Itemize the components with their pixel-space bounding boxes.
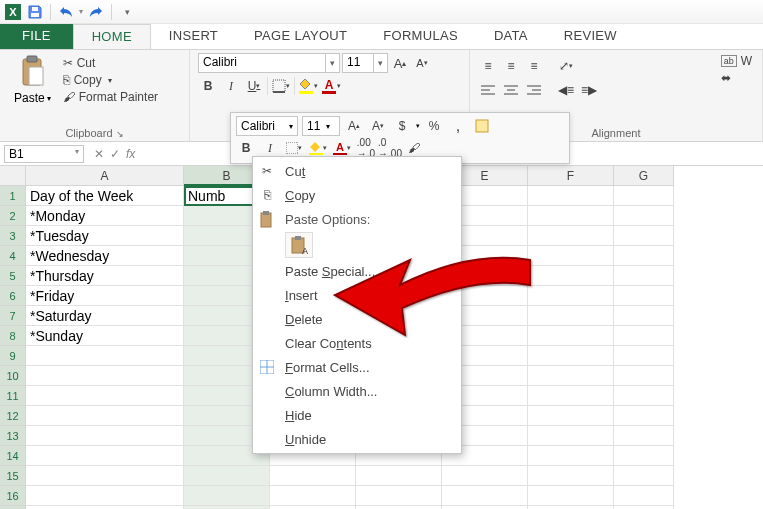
cell-A15[interactable]: [26, 466, 184, 486]
cell-F3[interactable]: [528, 226, 614, 246]
row-header-14[interactable]: 14: [0, 446, 26, 466]
mini-shrink-font-icon[interactable]: A▾: [368, 116, 388, 136]
align-bottom-icon[interactable]: ≡: [524, 56, 544, 76]
mini-font-color-icon[interactable]: A▾: [332, 138, 352, 158]
cell-B16[interactable]: [184, 486, 270, 506]
cell-C16[interactable]: [270, 486, 356, 506]
copy-button[interactable]: ⎘Copy▾: [61, 72, 160, 88]
paste-button[interactable]: Paste▾: [8, 53, 57, 125]
cell-G16[interactable]: [614, 486, 674, 506]
mini-inc-decimal-icon[interactable]: .0→.00: [380, 138, 400, 158]
align-center-icon[interactable]: [501, 80, 521, 100]
mini-fill-icon[interactable]: ▾: [308, 138, 328, 158]
mini-percent-icon[interactable]: %: [424, 116, 444, 136]
cell-A8[interactable]: *Sunday: [26, 326, 184, 346]
row-header-1[interactable]: 1: [0, 186, 26, 206]
tab-file[interactable]: FILE: [0, 24, 73, 49]
cell-A12[interactable]: [26, 406, 184, 426]
cell-F8[interactable]: [528, 326, 614, 346]
cell-G13[interactable]: [614, 426, 674, 446]
row-header-2[interactable]: 2: [0, 206, 26, 226]
underline-button[interactable]: U ▾: [244, 76, 264, 96]
row-header-4[interactable]: 4: [0, 246, 26, 266]
format-painter-button[interactable]: 🖌Format Painter: [61, 89, 160, 105]
tab-review[interactable]: REVIEW: [546, 24, 635, 49]
ctx-column-width[interactable]: Column Width...: [253, 379, 461, 403]
wrap-text-button[interactable]: ab W: [719, 53, 754, 69]
cell-G11[interactable]: [614, 386, 674, 406]
cell-F11[interactable]: [528, 386, 614, 406]
redo-icon[interactable]: [87, 3, 105, 21]
cell-G6[interactable]: [614, 286, 674, 306]
cell-F1[interactable]: [528, 186, 614, 206]
mini-border-icon[interactable]: ▾: [284, 138, 304, 158]
mini-bold-icon[interactable]: B: [236, 138, 256, 158]
cell-G2[interactable]: [614, 206, 674, 226]
orientation-icon[interactable]: ⤢▾: [556, 56, 576, 76]
decrease-indent-icon[interactable]: ◀≡: [556, 80, 576, 100]
undo-dropdown[interactable]: ▾: [79, 7, 83, 16]
cell-G3[interactable]: [614, 226, 674, 246]
row-header-15[interactable]: 15: [0, 466, 26, 486]
cell-F10[interactable]: [528, 366, 614, 386]
cell-A16[interactable]: [26, 486, 184, 506]
mini-format-icon[interactable]: [472, 116, 492, 136]
cut-button[interactable]: ✂Cut: [61, 55, 160, 71]
mini-grow-font-icon[interactable]: A▴: [344, 116, 364, 136]
mini-size-combo[interactable]: 11▾: [302, 116, 340, 136]
merge-button[interactable]: ⬌: [719, 70, 754, 86]
cell-F14[interactable]: [528, 446, 614, 466]
row-header-9[interactable]: 9: [0, 346, 26, 366]
row-header-3[interactable]: 3: [0, 226, 26, 246]
cell-D15[interactable]: [356, 466, 442, 486]
tab-data[interactable]: DATA: [476, 24, 546, 49]
ctx-paste-special[interactable]: Paste Special...: [253, 259, 461, 283]
cell-A9[interactable]: [26, 346, 184, 366]
cell-G15[interactable]: [614, 466, 674, 486]
mini-painter-icon[interactable]: 🖌: [404, 138, 424, 158]
align-left-icon[interactable]: [478, 80, 498, 100]
cell-A6[interactable]: *Friday: [26, 286, 184, 306]
cell-G7[interactable]: [614, 306, 674, 326]
cell-A10[interactable]: [26, 366, 184, 386]
bold-button[interactable]: B: [198, 76, 218, 96]
col-header-F[interactable]: F: [528, 166, 614, 186]
customize-qat-icon[interactable]: ▾: [118, 3, 136, 21]
cell-G4[interactable]: [614, 246, 674, 266]
cell-A4[interactable]: *Wednesday: [26, 246, 184, 266]
font-size-combo[interactable]: 11▾: [342, 53, 388, 73]
cell-A1[interactable]: Day of the Week: [26, 186, 184, 206]
row-header-10[interactable]: 10: [0, 366, 26, 386]
fill-color-button[interactable]: ▾: [298, 76, 318, 96]
cell-E15[interactable]: [442, 466, 528, 486]
ctx-delete[interactable]: Delete: [253, 307, 461, 331]
tab-home[interactable]: HOME: [73, 24, 151, 49]
cell-A3[interactable]: *Tuesday: [26, 226, 184, 246]
cell-G8[interactable]: [614, 326, 674, 346]
tab-formulas[interactable]: FORMULAS: [365, 24, 476, 49]
cell-A14[interactable]: [26, 446, 184, 466]
ctx-paste-default[interactable]: A: [253, 231, 461, 259]
cell-F15[interactable]: [528, 466, 614, 486]
align-middle-icon[interactable]: ≡: [501, 56, 521, 76]
row-header-8[interactable]: 8: [0, 326, 26, 346]
col-header-G[interactable]: G: [614, 166, 674, 186]
font-color-button[interactable]: A▾: [321, 76, 341, 96]
col-header-A[interactable]: A: [26, 166, 184, 186]
ctx-clear[interactable]: Clear Contents: [253, 331, 461, 355]
row-header-11[interactable]: 11: [0, 386, 26, 406]
mini-italic-icon[interactable]: I: [260, 138, 280, 158]
select-all-corner[interactable]: [0, 166, 26, 186]
font-name-combo[interactable]: Calibri▾: [198, 53, 340, 73]
increase-indent-icon[interactable]: ≡▶: [579, 80, 599, 100]
italic-button[interactable]: I: [221, 76, 241, 96]
cell-A2[interactable]: *Monday: [26, 206, 184, 226]
cancel-icon[interactable]: ✕: [94, 147, 104, 161]
cell-F9[interactable]: [528, 346, 614, 366]
save-icon[interactable]: [26, 3, 44, 21]
ctx-copy[interactable]: ⎘ Copy: [253, 183, 461, 207]
row-header-6[interactable]: 6: [0, 286, 26, 306]
align-right-icon[interactable]: [524, 80, 544, 100]
cell-F13[interactable]: [528, 426, 614, 446]
cell-F4[interactable]: [528, 246, 614, 266]
